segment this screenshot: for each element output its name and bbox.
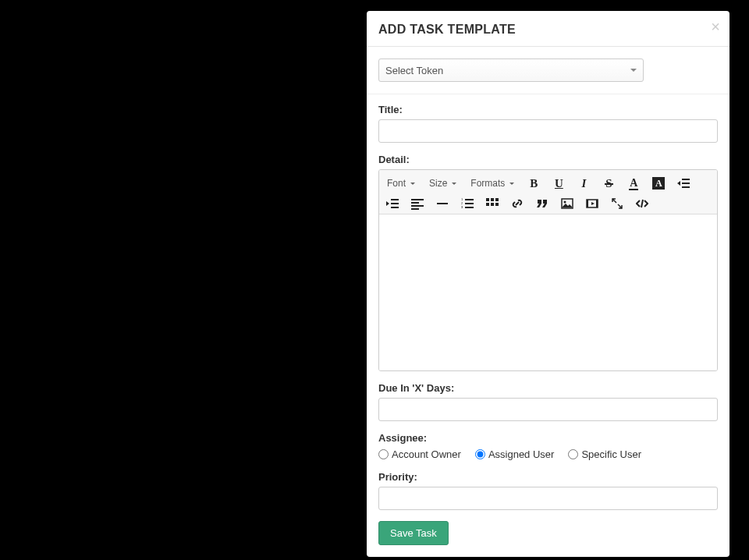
- assignee-options: Account Owner Assigned User Specific Use…: [378, 448, 718, 460]
- due-days-group: Due In 'X' Days:: [378, 382, 718, 421]
- quote-button[interactable]: [534, 195, 551, 212]
- indent-button[interactable]: [384, 195, 401, 212]
- editor-toolbar: Font Size Formats B U I S A A: [379, 170, 717, 214]
- code-icon: [636, 197, 648, 210]
- svg-point-5: [564, 201, 566, 204]
- assignee-label: Assignee:: [378, 432, 718, 444]
- underline-button[interactable]: U: [550, 175, 567, 192]
- modal-title: ADD TASK TEMPLATE: [378, 23, 718, 37]
- image-button[interactable]: [559, 195, 576, 212]
- rich-text-editor: Font Size Formats B U I S A A: [378, 169, 718, 371]
- chevron-down-icon: [410, 183, 415, 185]
- video-button[interactable]: [584, 195, 601, 212]
- detail-group: Detail: Font Size Formats B U I S A A: [378, 154, 718, 371]
- chevron-down-icon: [509, 183, 514, 185]
- image-icon: [561, 197, 573, 210]
- editor-content-area[interactable]: [379, 214, 717, 370]
- title-input[interactable]: [378, 119, 718, 143]
- fullscreen-icon: [611, 197, 623, 210]
- assignee-option-label: Account Owner: [392, 448, 461, 460]
- save-task-button[interactable]: Save Task: [378, 521, 449, 545]
- svg-text:3: 3: [461, 205, 463, 209]
- quote-icon: [536, 197, 548, 210]
- align-left-icon: [411, 197, 424, 210]
- size-select[interactable]: Size: [426, 176, 460, 190]
- formats-select[interactable]: Formats: [467, 176, 517, 190]
- close-button[interactable]: ×: [711, 19, 720, 34]
- ordered-list-button[interactable]: 123: [459, 195, 476, 212]
- assignee-group: Assignee: Account Owner Assigned User Sp…: [378, 432, 718, 460]
- title-label: Title:: [378, 104, 718, 115]
- assignee-option-account-owner[interactable]: Account Owner: [378, 448, 461, 460]
- select-token-placeholder: Select Token: [385, 65, 443, 76]
- title-group: Title:: [378, 104, 718, 143]
- due-days-input[interactable]: [378, 398, 718, 421]
- assignee-option-assigned-user[interactable]: Assigned User: [475, 448, 555, 460]
- priority-input[interactable]: [378, 487, 718, 510]
- video-icon: [586, 197, 598, 210]
- svg-rect-7: [587, 200, 588, 207]
- font-select[interactable]: Font: [384, 176, 418, 190]
- assignee-radio-specific-user[interactable]: [568, 449, 578, 459]
- table-button[interactable]: [484, 195, 501, 212]
- link-button[interactable]: [509, 195, 526, 212]
- priority-label: Priority:: [378, 471, 718, 483]
- outdent-button[interactable]: [675, 175, 692, 192]
- due-days-label: Due In 'X' Days:: [378, 382, 718, 394]
- ordered-list-icon: 123: [461, 197, 474, 210]
- text-color-button[interactable]: A: [625, 175, 642, 192]
- align-button[interactable]: [409, 195, 426, 212]
- horizontal-rule-button[interactable]: [434, 195, 451, 212]
- assignee-radio-account-owner[interactable]: [378, 449, 389, 459]
- background-color-button[interactable]: A: [650, 175, 667, 192]
- select-token-dropdown[interactable]: Select Token: [378, 58, 644, 82]
- strikethrough-button[interactable]: S: [600, 175, 617, 192]
- minus-icon: [436, 197, 449, 210]
- bold-button[interactable]: B: [525, 175, 542, 192]
- token-section: Select Token: [367, 47, 729, 94]
- svg-rect-8: [596, 200, 598, 207]
- detail-label: Detail:: [378, 154, 718, 165]
- table-icon: [486, 197, 499, 210]
- assignee-radio-assigned-user[interactable]: [475, 449, 485, 459]
- chevron-down-icon: [630, 69, 637, 72]
- outdent-icon: [677, 177, 690, 190]
- assignee-option-label: Assigned User: [488, 448, 555, 460]
- italic-button[interactable]: I: [575, 175, 592, 192]
- modal-body: Title: Detail: Font Size Formats B U I S…: [367, 94, 729, 557]
- priority-group: Priority:: [378, 471, 718, 510]
- assignee-option-specific-user[interactable]: Specific User: [568, 448, 641, 460]
- modal-header: ADD TASK TEMPLATE ×: [367, 11, 729, 47]
- link-icon: [511, 197, 524, 210]
- indent-icon: [386, 197, 399, 210]
- assignee-option-label: Specific User: [581, 448, 641, 460]
- chevron-down-icon: [452, 183, 456, 185]
- code-view-button[interactable]: [634, 195, 651, 212]
- fullscreen-button[interactable]: [609, 195, 626, 212]
- add-task-template-modal: ADD TASK TEMPLATE × Select Token Title: …: [367, 11, 729, 557]
- svg-rect-0: [437, 203, 448, 204]
